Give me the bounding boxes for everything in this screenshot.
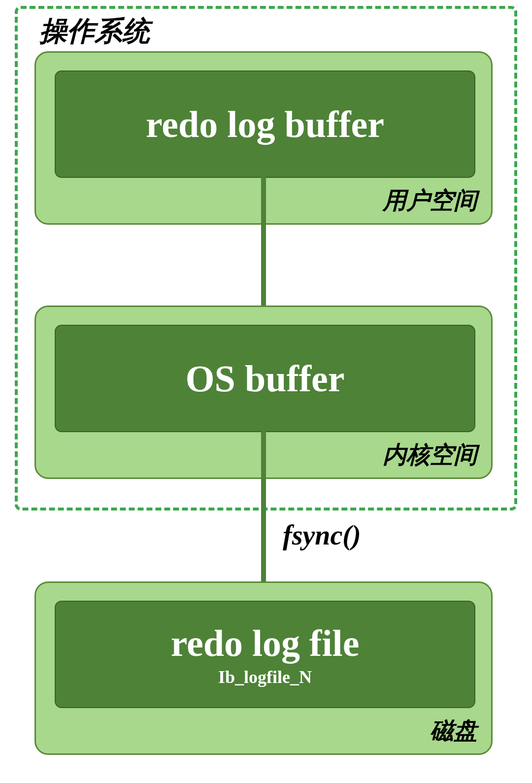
user-space-label: 用户空间 <box>383 185 477 216</box>
redo-log-file-title: redo log file <box>171 622 360 665</box>
redo-log-buffer-box: redo log buffer <box>55 70 475 178</box>
arrow-buffer-to-os <box>261 176 266 308</box>
fsync-label: fsync() <box>283 519 361 551</box>
redo-log-file-box: redo log file Ib_logfile_N <box>55 601 475 708</box>
kernel-space-label: 内核空间 <box>383 439 477 471</box>
redo-log-file-subtitle: Ib_logfile_N <box>218 667 312 687</box>
disk-label: 磁盘 <box>430 715 477 747</box>
redo-log-buffer-title: redo log buffer <box>146 103 384 146</box>
disk-box: redo log file Ib_logfile_N 磁盘 <box>34 581 493 755</box>
os-buffer-box: OS buffer <box>55 325 475 432</box>
os-buffer-title: OS buffer <box>186 357 345 400</box>
arrow-os-to-file <box>261 431 266 584</box>
os-title: 操作系统 <box>39 13 150 50</box>
